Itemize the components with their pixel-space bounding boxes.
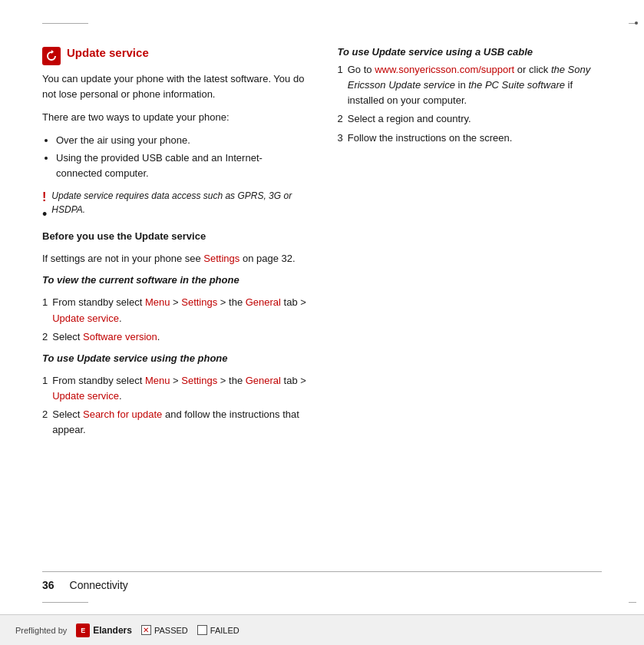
intro-para1: You can update your phone with the lates… (42, 71, 307, 102)
step-item: 2 Select Search for update and follow th… (42, 407, 307, 438)
elanders-icon: E (76, 624, 90, 637)
step-text: Select Software version. (52, 329, 306, 345)
before-use-text: If settings are not in your phone see Se… (42, 251, 307, 266)
bottom-border-left (42, 602, 88, 603)
step-text: From standby select Menu > Settings > th… (52, 373, 306, 404)
step-num: 3 (338, 131, 343, 146)
failed-label: FAILED (210, 626, 239, 635)
top-border-left (42, 23, 88, 24)
step-num: 2 (338, 111, 343, 127)
step-num: 1 (338, 62, 343, 108)
failed-checkbox (197, 625, 207, 635)
step-text: Select a region and country. (348, 111, 602, 127)
section-label: Connectivity (70, 579, 128, 591)
section-title: Update service (67, 46, 149, 59)
bottom-border-right (629, 602, 636, 603)
left-column: Update service You can update your phone… (42, 46, 307, 445)
step-text: Select Search for update and follow the … (52, 407, 306, 438)
step-item: 2 Select a region and country. (338, 111, 603, 127)
page-content: Update service You can update your phone… (42, 46, 602, 568)
icon-svg (45, 50, 58, 62)
website-link[interactable]: www.sonyericsson.com/support (375, 64, 514, 75)
elanders-name: Elanders (93, 625, 132, 636)
list-item: Over the air using your phone. (56, 133, 307, 148)
note-box: ! • Update service requires data access … (42, 189, 307, 221)
warning-icon: ! (42, 189, 47, 206)
settings-link[interactable]: Settings (181, 296, 217, 308)
subheading-phone: To use Update service using the phone (42, 352, 307, 364)
steps-view: 1 From standby select Menu > Settings > … (42, 295, 307, 344)
footer-divider (42, 571, 602, 572)
corner-mark (635, 22, 638, 25)
update-service-link[interactable]: Update service (52, 313, 119, 324)
step-num: 2 (42, 407, 48, 438)
note-text: Update service requires data access such… (51, 189, 306, 217)
before-use-heading: Before you use the Update service (42, 230, 307, 242)
step-text: From standby select Menu > Settings > th… (52, 295, 306, 326)
subheading-usb: To use Update service using a USB cable (338, 46, 603, 58)
passed-checkbox: ✕ (141, 625, 151, 635)
step-item: 1 From standby select Menu > Settings > … (42, 373, 307, 404)
footer: 36 Connectivity (42, 579, 602, 591)
step-text: Follow the instructions on the screen. (348, 131, 602, 146)
settings-link[interactable]: Settings (181, 375, 217, 386)
section-heading: Update service (42, 46, 307, 65)
two-column-layout: Update service You can update your phone… (42, 46, 602, 445)
bullet-icon: • (42, 207, 47, 221)
step-item: 1 Go to www.sonyericsson.com/support or … (338, 62, 603, 108)
step-text: Go to www.sonyericsson.com/support or cl… (348, 62, 602, 108)
menu-link[interactable]: Menu (145, 375, 170, 386)
general-link[interactable]: General (246, 375, 281, 386)
menu-link[interactable]: Menu (145, 296, 170, 308)
step-item: 2 Select Software version. (42, 329, 307, 345)
list-item: Using the provided USB cable and an Inte… (56, 150, 307, 181)
bullet-list: Over the air using your phone. Using the… (56, 133, 307, 180)
preflight-bar: Preflighted by E Elanders ✕ PASSED FAILE… (0, 614, 644, 645)
elanders-icon-letter: E (81, 627, 85, 634)
general-link[interactable]: General (246, 296, 281, 308)
page-number: 36 (42, 579, 54, 591)
step-item: 1 From standby select Menu > Settings > … (42, 295, 307, 326)
update-service-icon (42, 47, 61, 65)
failed-badge: FAILED (197, 625, 239, 635)
subheading-view: To view the current software in the phon… (42, 274, 307, 286)
passed-label: PASSED (154, 626, 188, 635)
steps-phone: 1 From standby select Menu > Settings > … (42, 373, 307, 438)
intro-para2: There are two ways to update your phone: (42, 110, 307, 125)
step-num: 1 (42, 295, 48, 326)
passed-badge: ✕ PASSED (141, 625, 188, 635)
steps-usb: 1 Go to www.sonyericsson.com/support or … (338, 62, 603, 146)
step-num: 2 (42, 329, 48, 345)
settings-link[interactable]: Settings (203, 253, 239, 264)
preflight-logo: E Elanders (76, 624, 132, 637)
pc-suite-italic: the PC Suite software (468, 79, 565, 91)
software-version-link[interactable]: Software version (83, 331, 157, 342)
step-item: 3 Follow the instructions on the screen. (338, 131, 603, 146)
step-num: 1 (42, 373, 48, 404)
preflight-label: Preflighted by (15, 626, 67, 635)
right-column: To use Update service using a USB cable … (338, 46, 603, 445)
search-update-link[interactable]: Search for update (83, 408, 162, 420)
update-service-link[interactable]: Update service (52, 390, 119, 402)
